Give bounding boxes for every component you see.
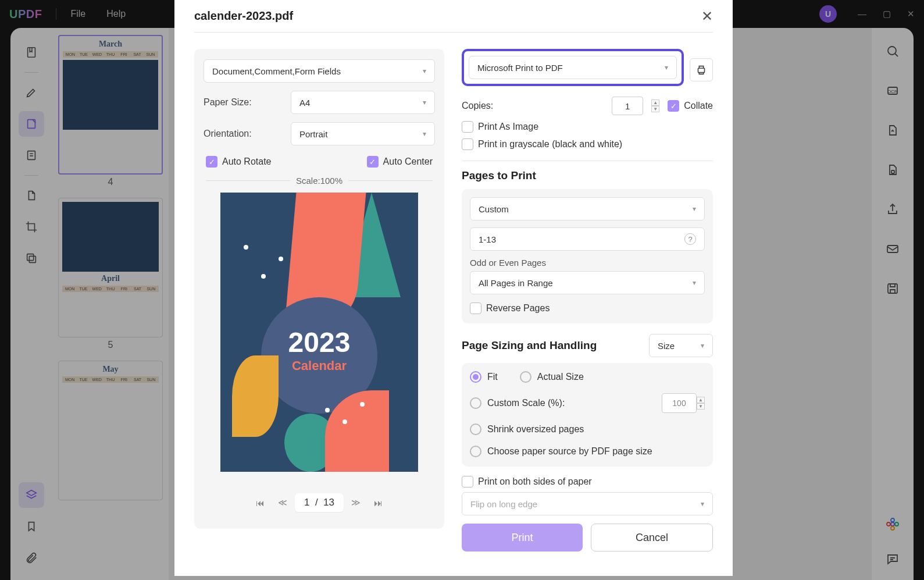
chevron-down-icon: ▾ — [423, 67, 426, 75]
auto-rotate-checkbox[interactable]: ✓Auto Rotate — [206, 156, 272, 168]
chevron-down-icon: ▾ — [701, 341, 704, 350]
first-page-icon[interactable]: ⏮ — [251, 493, 270, 513]
reverse-pages-checkbox[interactable]: Reverse Pages — [470, 303, 550, 314]
actual-size-radio[interactable]: Actual Size — [520, 371, 584, 383]
chevron-down-icon: ▾ — [423, 130, 426, 138]
preview-pager: ⏮ ≪ 1 / 13 ≫ ⏭ — [235, 488, 404, 517]
print-dialog: calender-2023.pdf ✕ Document,Comment,For… — [174, 0, 733, 576]
printer-select[interactable]: Microsoft Print to PDF▾ — [469, 56, 677, 79]
collate-checkbox[interactable]: ✓Collate — [668, 100, 713, 112]
flip-select[interactable]: Flip on long edge▾ — [462, 492, 713, 515]
print-as-image-checkbox[interactable]: Print As Image — [462, 121, 538, 133]
chevron-down-icon: ▾ — [693, 279, 696, 287]
custom-scale-radio[interactable]: Custom Scale (%): 100▲▼ — [470, 393, 705, 413]
both-sides-checkbox[interactable]: Print on both sides of paper — [462, 476, 592, 488]
custom-scale-input[interactable]: 100 — [662, 393, 697, 413]
dialog-close-icon[interactable]: ✕ — [701, 8, 713, 24]
svg-rect-16 — [698, 68, 705, 72]
printer-select-highlight: Microsoft Print to PDF▾ — [462, 49, 684, 86]
scale-label: Scale:100% — [290, 176, 348, 186]
pages-to-print-heading: Pages to Print — [462, 169, 713, 182]
next-page-icon[interactable]: ≫ — [346, 493, 366, 513]
chevron-down-icon: ▾ — [665, 63, 668, 72]
print-button[interactable]: Print — [462, 524, 583, 551]
cancel-button[interactable]: Cancel — [591, 524, 713, 551]
odd-even-select[interactable]: All Pages in Range▾ — [470, 271, 705, 294]
help-icon[interactable]: ? — [684, 233, 696, 245]
orientation-select[interactable]: Portrait▾ — [291, 122, 435, 145]
paper-size-select[interactable]: A4▾ — [291, 91, 435, 114]
copies-label: Copies: — [462, 101, 604, 111]
chevron-down-icon: ▾ — [701, 500, 704, 508]
copies-input[interactable]: 1 — [612, 97, 643, 115]
choose-source-radio[interactable]: Choose paper source by PDF page size — [470, 446, 705, 457]
grayscale-checkbox[interactable]: Print in grayscale (black and white) — [462, 138, 622, 150]
auto-center-checkbox[interactable]: ✓Auto Center — [367, 156, 433, 168]
print-content-select[interactable]: Document,Comment,Form Fields▾ — [204, 59, 435, 83]
page-range-mode-select[interactable]: Custom▾ — [470, 197, 705, 220]
chevron-down-icon: ▾ — [423, 98, 426, 106]
print-preview: 2023 Calendar — [220, 193, 418, 472]
last-page-icon[interactable]: ⏭ — [368, 493, 388, 513]
dialog-title: calender-2023.pdf — [194, 9, 293, 23]
copies-stepper[interactable]: ▲▼ — [651, 99, 659, 112]
prev-page-icon[interactable]: ≪ — [273, 493, 292, 513]
printer-properties-icon[interactable] — [690, 58, 713, 81]
sizing-mode-select[interactable]: Size▾ — [649, 334, 713, 357]
shrink-radio[interactable]: Shrink oversized pages — [470, 424, 705, 435]
fit-radio[interactable]: Fit — [470, 371, 498, 383]
paper-size-label: Paper Size: — [204, 97, 291, 108]
scale-stepper[interactable]: ▲▼ — [697, 397, 705, 410]
chevron-down-icon: ▾ — [693, 205, 696, 213]
sizing-heading: Page Sizing and Handling — [462, 339, 597, 352]
orientation-label: Orientation: — [204, 129, 291, 139]
odd-even-label: Odd or Even Pages — [470, 258, 705, 268]
page-range-input[interactable]: 1-13 ? — [470, 227, 705, 251]
